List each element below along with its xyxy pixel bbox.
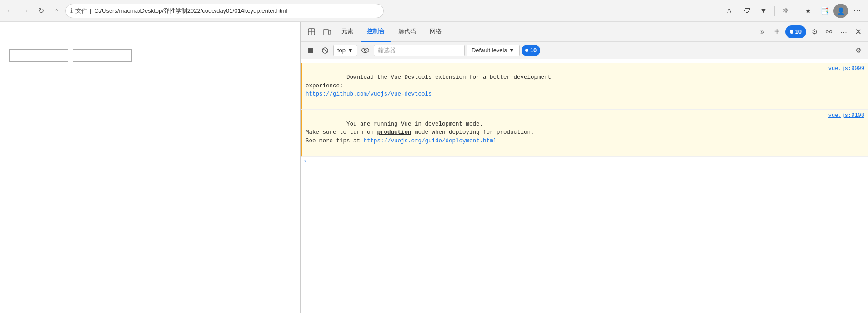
- console-link-1[interactable]: https://github.com/vuejs/vue-devtools: [306, 91, 432, 97]
- console-settings-button[interactable]: ⚙: [852, 44, 864, 57]
- devtools-more-button[interactable]: ⋯: [837, 25, 850, 38]
- read-aloud-button[interactable]: A⁺: [723, 4, 738, 18]
- extensions-button[interactable]: ⚛: [778, 4, 793, 18]
- inspect-icon-button[interactable]: [304, 25, 319, 39]
- svg-point-7: [830, 30, 832, 33]
- console-message-2: You are running Vue in development mode.…: [306, 111, 825, 154]
- svg-point-5: [326, 34, 326, 35]
- badge-dot: [790, 30, 793, 34]
- page-input-1[interactable]: [9, 49, 68, 62]
- console-message-1: Download the Vue Devtools extension for …: [306, 65, 825, 107]
- separator-2: [797, 6, 797, 16]
- levels-arrow-icon: ▼: [509, 47, 515, 54]
- console-expand-arrow[interactable]: ›: [304, 157, 306, 164]
- devtools-topbar-right: » + 10 ⚙ ⋯ ✕: [756, 25, 864, 38]
- address-path: C:/Users/maoma/Desktop/弹性学制2022/code/day…: [94, 7, 379, 15]
- address-bar[interactable]: ℹ 文件 | C:/Users/maoma/Desktop/弹性学制2022/c…: [65, 4, 384, 18]
- svg-point-13: [364, 49, 366, 51]
- home-button[interactable]: ⌂: [50, 5, 63, 17]
- console-errors-badge[interactable]: 10: [785, 25, 806, 38]
- device-mode-button[interactable]: [320, 25, 334, 39]
- page-inputs-row: [9, 49, 291, 62]
- console-entry-3: ›: [301, 156, 868, 165]
- devtools-topbar: 元素 控制台 源代码 网络 » + 10: [301, 22, 868, 42]
- tab-console[interactable]: 控制台: [361, 22, 391, 42]
- browser-window: ← → ↻ ⌂ ℹ 文件 | C:/Users/maoma/Desktop/弹性…: [0, 0, 868, 313]
- forward-button[interactable]: →: [19, 5, 32, 17]
- svg-line-11: [323, 48, 327, 53]
- devtools-close-button[interactable]: ✕: [852, 25, 864, 38]
- tab-elements[interactable]: 元素: [335, 22, 360, 42]
- profile-button[interactable]: 👤: [833, 4, 848, 18]
- devtools-panel: 元素 控制台 源代码 网络 » + 10: [300, 22, 868, 313]
- console-source-2[interactable]: vue.js:9108: [828, 111, 864, 120]
- devtools-dock-button[interactable]: [823, 25, 835, 38]
- back-button[interactable]: ←: [4, 5, 16, 17]
- badge-count-2: 10: [530, 47, 537, 54]
- svg-rect-9: [308, 48, 313, 53]
- record-button[interactable]: [304, 44, 317, 57]
- more-tabs-button[interactable]: »: [756, 25, 769, 38]
- svg-point-12: [362, 48, 369, 53]
- dropdown-arrow-icon: ▼: [347, 47, 353, 54]
- default-levels-label: Default levels: [472, 47, 507, 54]
- console-link-2[interactable]: https://vuejs.org/guide/deployment.html: [364, 138, 497, 144]
- browser-top-right: A⁺ 🛡 ▼ ⚛ ★ 📑 👤 ⋯: [723, 4, 864, 18]
- separator-1: [774, 6, 775, 16]
- console-entry-1: Download the Vue Devtools extension for …: [301, 63, 868, 110]
- console-source-1[interactable]: vue.js:9099: [828, 65, 864, 73]
- add-tab-button[interactable]: +: [771, 25, 783, 38]
- eye-button[interactable]: [359, 44, 372, 57]
- console-text-before-1: Download the Vue Devtools extension for …: [306, 74, 551, 89]
- badge-dot-2: [525, 49, 528, 52]
- tab-source[interactable]: 源代码: [392, 22, 422, 42]
- shield-button[interactable]: 🛡: [740, 4, 754, 18]
- devtools-toolbar: top ▼ Default levels ▼ 10: [301, 42, 868, 59]
- svg-rect-4: [329, 30, 331, 34]
- svg-point-6: [826, 30, 828, 33]
- page-area: [0, 22, 300, 313]
- dropdown-button[interactable]: ▼: [756, 4, 771, 18]
- reload-button[interactable]: ↻: [35, 5, 47, 17]
- file-label: 文件: [75, 7, 87, 15]
- clear-console-button[interactable]: [319, 44, 331, 57]
- console-count-badge[interactable]: 10: [522, 45, 540, 56]
- more-button[interactable]: ⋯: [850, 4, 864, 18]
- info-icon: ℹ: [70, 7, 73, 14]
- console-production-text: production: [377, 129, 411, 136]
- console-output: Download the Vue Devtools extension for …: [301, 59, 868, 313]
- default-levels-button[interactable]: Default levels ▼: [467, 45, 520, 56]
- devtools-settings-button[interactable]: ⚙: [808, 25, 821, 38]
- filter-input[interactable]: [374, 45, 465, 56]
- favorites-button[interactable]: ★: [801, 4, 815, 18]
- console-entry-2: You are running Vue in development mode.…: [301, 110, 868, 156]
- collections-button[interactable]: 📑: [817, 4, 832, 18]
- browser-topbar: ← → ↻ ⌂ ℹ 文件 | C:/Users/maoma/Desktop/弹性…: [0, 0, 868, 22]
- page-input-2[interactable]: [73, 49, 132, 62]
- context-dropdown[interactable]: top ▼: [333, 45, 357, 56]
- tab-network[interactable]: 网络: [423, 22, 448, 42]
- address-separator: |: [90, 7, 91, 14]
- content-area: 元素 控制台 源代码 网络 » + 10: [0, 22, 868, 313]
- badge-count: 10: [795, 28, 802, 35]
- context-dropdown-label: top: [337, 47, 346, 54]
